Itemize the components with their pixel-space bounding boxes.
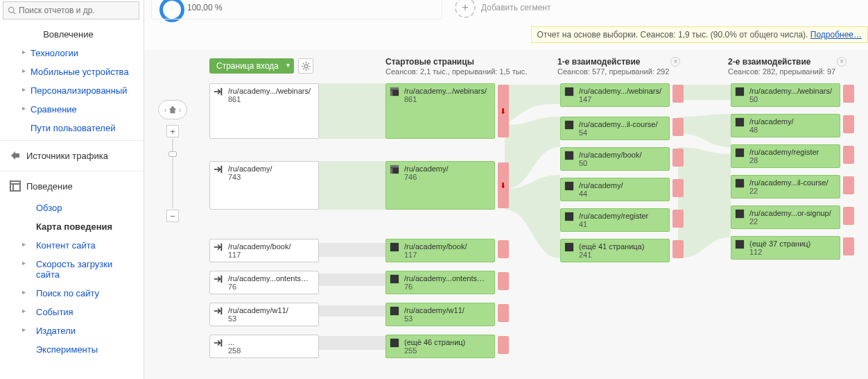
page-icon bbox=[564, 120, 574, 130]
svg-rect-24 bbox=[565, 151, 573, 160]
flow-node[interactable]: /ru/academy.../webinars/ 147 bbox=[560, 83, 670, 107]
dropoff-bar[interactable] bbox=[672, 85, 684, 103]
dropoff-bar[interactable] bbox=[498, 336, 509, 354]
nav-personalized[interactable]: Персонализированный bbox=[0, 81, 144, 100]
entry-node[interactable]: /ru/academy/book/ 117 bbox=[209, 239, 319, 262]
nav-events[interactable]: События bbox=[0, 303, 144, 321]
flow-node[interactable]: /ru/academy...or-signup/ 22 bbox=[731, 205, 840, 229]
dropoff-bar[interactable] bbox=[498, 240, 509, 258]
segment-bar: 100,00 % + Добавить сегмент bbox=[144, 0, 868, 21]
zoom-track[interactable] bbox=[172, 139, 173, 208]
nav-publishers[interactable]: Издатели bbox=[0, 321, 144, 340]
entry-icon bbox=[214, 306, 223, 316]
flow-canvas[interactable]: ‹ › + − Страница входа Стартовые страниц… bbox=[144, 50, 868, 379]
page-icon bbox=[735, 117, 745, 127]
dropoff-bar[interactable] bbox=[843, 176, 854, 194]
search-input[interactable] bbox=[19, 6, 134, 15]
dropoff-bar[interactable]: ⬇ bbox=[498, 162, 509, 208]
node-path: /ru/academy/w11/ bbox=[228, 306, 314, 314]
remove-step-button[interactable]: × bbox=[670, 57, 680, 67]
dropoff-bar[interactable] bbox=[843, 237, 854, 255]
flow-node[interactable]: /ru/academy...il-course/ 54 bbox=[560, 117, 670, 140]
svg-rect-16 bbox=[390, 165, 399, 168]
dropoff-bar[interactable] bbox=[672, 210, 684, 228]
nav-site-search[interactable]: Поиск по сайту bbox=[0, 284, 144, 303]
flow-node[interactable]: /ru/academy...il-course/ 22 bbox=[731, 175, 840, 199]
remove-step-button[interactable]: × bbox=[837, 57, 847, 67]
home-button[interactable]: ‹ › bbox=[158, 100, 187, 119]
add-segment-button[interactable]: + Добавить сегмент bbox=[455, 0, 550, 18]
dimension-dropdown[interactable]: Страница входа bbox=[209, 58, 294, 74]
flow-node[interactable]: /ru/academy.../webinars/ 50 bbox=[731, 83, 840, 107]
flow-node[interactable]: /ru/academy/w11/ 53 bbox=[385, 303, 495, 326]
dropoff-bar[interactable] bbox=[843, 85, 854, 103]
node-value: 241 bbox=[579, 251, 665, 259]
node-value: 117 bbox=[404, 251, 490, 259]
node-value: 48 bbox=[749, 126, 835, 134]
nav-engagement[interactable]: Вовлечение bbox=[0, 25, 144, 44]
dropoff-bar[interactable] bbox=[672, 179, 684, 197]
entry-node[interactable]: ... 258 bbox=[209, 335, 319, 358]
flow-node[interactable]: /ru/academy/book/ 117 bbox=[385, 239, 495, 262]
dropoff-bar[interactable] bbox=[672, 240, 684, 258]
dropoff-bar[interactable] bbox=[672, 149, 684, 167]
dropoff-bar[interactable]: ⬇ bbox=[498, 85, 509, 137]
node-value: 258 bbox=[228, 346, 314, 355]
flow-node[interactable]: /ru/academy...ontentsmm/ 76 bbox=[385, 271, 495, 294]
svg-rect-22 bbox=[565, 87, 573, 96]
nav-overview[interactable]: Обзор bbox=[0, 199, 144, 217]
node-path: /ru/academy/book/ bbox=[404, 242, 490, 251]
node-value: 112 bbox=[749, 248, 835, 256]
entry-node[interactable]: /ru/academy...ontentsmm/ 76 bbox=[209, 271, 319, 294]
sampling-more-link[interactable]: Подробнее… bbox=[810, 30, 862, 40]
flow-node[interactable]: (ещё 37 страниц) 112 bbox=[731, 236, 840, 260]
node-path: /ru/academy...ontentsmm/ bbox=[404, 274, 490, 283]
nav-behavior[interactable]: Поведение bbox=[0, 174, 144, 199]
flow-node[interactable]: /ru/academy/register 28 bbox=[731, 144, 840, 168]
svg-rect-6 bbox=[221, 88, 223, 96]
zoom-in-button[interactable]: + bbox=[166, 125, 179, 137]
col-sub: Сеансов: 282, прерываний: 97 bbox=[728, 67, 835, 76]
search-icon bbox=[8, 6, 16, 15]
flow-node[interactable]: (ещё 41 страница) 241 bbox=[560, 239, 670, 262]
nav-user-paths[interactable]: Пути пользователей bbox=[0, 119, 144, 137]
flow-node[interactable]: /ru/academy.../webinars/ 861 bbox=[385, 83, 495, 139]
search-box[interactable] bbox=[3, 1, 139, 19]
flow-node[interactable]: /ru/academy/ 48 bbox=[731, 114, 840, 137]
nav-behavior-flow[interactable]: Карта поведения bbox=[0, 217, 144, 236]
traffic-icon bbox=[10, 150, 21, 161]
node-value: 22 bbox=[749, 217, 835, 226]
page-icon bbox=[564, 242, 574, 252]
dropoff-bar[interactable] bbox=[843, 146, 854, 164]
flow-node[interactable]: (ещё 46 страниц) 255 bbox=[385, 335, 495, 358]
col-head-i2: 2-е взаимодействие Сеансов: 282, прерыва… bbox=[728, 57, 835, 76]
nav-content[interactable]: Контент сайта bbox=[0, 236, 144, 255]
nav-mobile[interactable]: Мобильные устройства bbox=[0, 62, 144, 81]
nav-speed[interactable]: Скорость загрузки сайта bbox=[0, 255, 144, 284]
entry-icon bbox=[214, 338, 223, 348]
zoom-out-button[interactable]: − bbox=[166, 210, 179, 222]
dropoff-bar[interactable] bbox=[843, 207, 854, 225]
nav-traffic-sources[interactable]: Источники трафика bbox=[0, 144, 144, 168]
nav-technology[interactable]: Технологии bbox=[0, 44, 144, 62]
entry-node[interactable]: /ru/academy/w11/ 53 bbox=[209, 303, 319, 326]
dropoff-bar[interactable] bbox=[672, 118, 684, 136]
node-path: /ru/academy/register bbox=[749, 148, 835, 156]
dropoff-bar[interactable] bbox=[498, 272, 509, 290]
node-path: /ru/academy/ bbox=[404, 165, 490, 173]
dropoff-bar[interactable] bbox=[498, 304, 509, 322]
nav-compare[interactable]: Сравнение bbox=[0, 100, 144, 119]
flow-node[interactable]: /ru/academy/book/ 50 bbox=[560, 147, 670, 171]
flow-node[interactable]: /ru/academy/ 44 bbox=[560, 178, 670, 201]
entry-node[interactable]: /ru/academy.../webinars/ 861 bbox=[209, 83, 319, 139]
entry-node[interactable]: /ru/academy/ 743 bbox=[209, 161, 319, 210]
divider bbox=[0, 171, 144, 171]
step-settings-button[interactable] bbox=[298, 58, 313, 74]
nav-experiments[interactable]: Эксперименты bbox=[0, 340, 144, 359]
flow-node[interactable]: /ru/academy/register 41 bbox=[560, 208, 670, 232]
home-icon bbox=[168, 105, 177, 115]
flow-node[interactable]: /ru/academy/ 746 bbox=[385, 161, 495, 210]
entry-icon bbox=[214, 274, 223, 284]
zoom-handle[interactable] bbox=[168, 151, 177, 157]
dropoff-bar[interactable] bbox=[843, 115, 854, 133]
